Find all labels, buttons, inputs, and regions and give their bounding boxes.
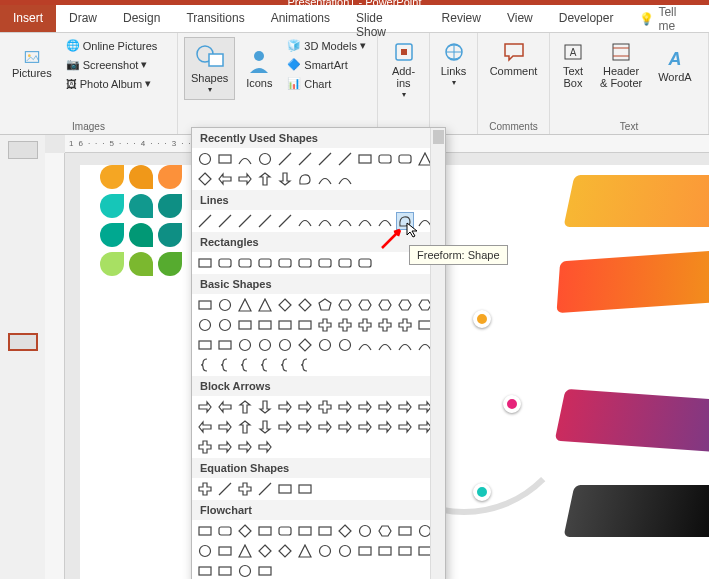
shape-line[interactable] — [256, 480, 274, 498]
shape-hex[interactable] — [356, 296, 374, 314]
shape-rect[interactable] — [196, 562, 214, 579]
shape-hex[interactable] — [396, 296, 414, 314]
shape-line[interactable] — [216, 480, 234, 498]
shape-pent[interactable] — [316, 296, 334, 314]
shape-arrU[interactable] — [236, 418, 254, 436]
shape-line[interactable] — [276, 212, 294, 230]
shape-circ[interactable] — [196, 316, 214, 334]
shape-brace[interactable] — [296, 356, 314, 374]
shape-rrect[interactable] — [336, 254, 354, 272]
shape-diam[interactable] — [276, 542, 294, 560]
shape-arrR[interactable] — [256, 438, 274, 456]
thumbnail[interactable] — [8, 141, 38, 159]
shape-curve[interactable] — [336, 170, 354, 188]
shape-tri[interactable] — [236, 542, 254, 560]
shape-hex[interactable] — [336, 296, 354, 314]
shape-rect[interactable] — [196, 296, 214, 314]
shape-hex[interactable] — [376, 522, 394, 540]
3d-models-button[interactable]: 🧊3D Models ▾ — [283, 37, 370, 54]
shape-brace[interactable] — [256, 356, 274, 374]
shape-arrL[interactable] — [216, 170, 234, 188]
shape-line[interactable] — [216, 212, 234, 230]
shape-arrR[interactable] — [396, 398, 414, 416]
shape-rect[interactable] — [216, 150, 234, 168]
shape-rect[interactable] — [296, 316, 314, 334]
shape-rect[interactable] — [376, 542, 394, 560]
shape-rect[interactable] — [216, 542, 234, 560]
links-button[interactable]: Links ▾ — [436, 37, 471, 92]
shape-rect[interactable] — [196, 522, 214, 540]
shape-brace[interactable] — [236, 356, 254, 374]
shape-diam[interactable] — [196, 170, 214, 188]
online-pictures-button[interactable]: 🌐Online Pictures — [62, 37, 162, 54]
tab-animations[interactable]: Animations — [258, 5, 343, 32]
shape-arrU[interactable] — [256, 170, 274, 188]
shape-line[interactable] — [196, 212, 214, 230]
shape-arrR[interactable] — [316, 418, 334, 436]
shape-rrect[interactable] — [396, 150, 414, 168]
shape-circ[interactable] — [216, 296, 234, 314]
shape-arrR[interactable] — [216, 418, 234, 436]
shape-rrect[interactable] — [376, 150, 394, 168]
shape-plus[interactable] — [396, 316, 414, 334]
shape-brace[interactable] — [216, 356, 234, 374]
shape-arrR[interactable] — [336, 398, 354, 416]
shape-line[interactable] — [276, 150, 294, 168]
wordart-button[interactable]: A WordA — [652, 37, 697, 93]
shape-rect[interactable] — [216, 336, 234, 354]
shape-diam[interactable] — [276, 296, 294, 314]
chart-button[interactable]: 📊Chart — [283, 75, 370, 92]
shape-rect[interactable] — [216, 562, 234, 579]
pictures-button[interactable]: Pictures — [6, 37, 58, 92]
shape-circ[interactable] — [256, 150, 274, 168]
shape-arrR[interactable] — [336, 418, 354, 436]
shape-arrU[interactable] — [236, 398, 254, 416]
thumbnail[interactable] — [8, 333, 38, 351]
shape-arrR[interactable] — [376, 418, 394, 436]
tab-transitions[interactable]: Transitions — [173, 5, 257, 32]
headerfooter-button[interactable]: Header & Footer — [594, 37, 648, 93]
shape-diam[interactable] — [236, 522, 254, 540]
shape-rrect[interactable] — [216, 254, 234, 272]
shape-rrect[interactable] — [316, 254, 334, 272]
shape-diam[interactable] — [336, 522, 354, 540]
shape-curve[interactable] — [376, 336, 394, 354]
tab-view[interactable]: View — [494, 5, 546, 32]
shape-rect[interactable] — [196, 336, 214, 354]
shape-curve[interactable] — [296, 212, 314, 230]
shape-rect[interactable] — [236, 316, 254, 334]
shape-tri[interactable] — [296, 542, 314, 560]
shape-circ[interactable] — [256, 336, 274, 354]
shape-arrR[interactable] — [296, 398, 314, 416]
shape-line[interactable] — [256, 212, 274, 230]
smartart-button[interactable]: 🔷SmartArt — [283, 56, 370, 73]
shape-rect[interactable] — [356, 150, 374, 168]
shape-curve[interactable] — [356, 212, 374, 230]
tab-insert[interactable]: Insert — [0, 5, 56, 32]
shape-hex[interactable] — [376, 296, 394, 314]
gallery-scrollbar[interactable] — [430, 128, 445, 579]
shape-rect[interactable] — [356, 542, 374, 560]
shape-rrect[interactable] — [276, 522, 294, 540]
addins-button[interactable]: Add- ins ▾ — [384, 37, 423, 104]
shape-arrR[interactable] — [396, 418, 414, 436]
shape-rrect[interactable] — [356, 254, 374, 272]
shape-curve[interactable] — [236, 150, 254, 168]
shape-circ[interactable] — [336, 542, 354, 560]
shape-arrD[interactable] — [276, 170, 294, 188]
shape-circ[interactable] — [276, 336, 294, 354]
shape-rect[interactable] — [256, 522, 274, 540]
shape-rect[interactable] — [296, 480, 314, 498]
tab-design[interactable]: Design — [110, 5, 173, 32]
icons-button[interactable]: Icons — [239, 37, 279, 100]
shape-brace[interactable] — [196, 356, 214, 374]
shape-plus[interactable] — [196, 438, 214, 456]
shape-rect[interactable] — [296, 522, 314, 540]
shape-plus[interactable] — [336, 316, 354, 334]
shape-arrR[interactable] — [216, 438, 234, 456]
shape-arrR[interactable] — [276, 398, 294, 416]
shape-tri[interactable] — [236, 296, 254, 314]
textbox-button[interactable]: A Text Box — [556, 37, 590, 93]
shape-plus[interactable] — [236, 480, 254, 498]
shape-free[interactable] — [296, 170, 314, 188]
